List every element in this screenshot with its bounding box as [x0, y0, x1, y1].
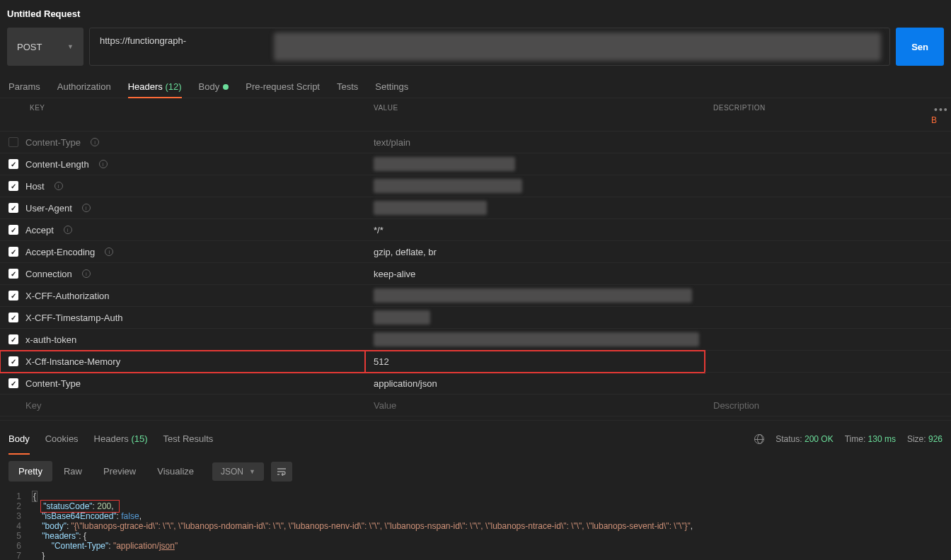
header-desc-cell[interactable]: [705, 219, 923, 241]
header-value-cell[interactable]: keep-alive: [365, 263, 705, 285]
view-bar: Pretty Raw Preview Visualize JSON▼: [0, 454, 951, 489]
info-icon[interactable]: i: [99, 160, 108, 168]
tab-prerequest[interactable]: Pre-request Script: [246, 76, 320, 98]
checkbox[interactable]: ✓: [8, 225, 18, 235]
header-value-cell[interactable]: [365, 197, 705, 219]
header-key-cell[interactable]: ✓X-CFF-Authorization: [0, 285, 365, 307]
resp-tab-body[interactable]: Body: [8, 428, 30, 450]
header-value-cell[interactable]: [365, 285, 705, 307]
info-icon[interactable]: i: [82, 269, 91, 278]
resp-tab-cookies[interactable]: Cookies: [45, 428, 79, 450]
header-value-cell[interactable]: 512: [365, 351, 705, 373]
header-desc-cell[interactable]: [705, 241, 923, 263]
header-desc-cell[interactable]: [705, 307, 923, 329]
header-key: x-auth-token: [25, 334, 76, 345]
header-desc-cell[interactable]: [705, 329, 923, 351]
checkbox[interactable]: ✓: [8, 269, 18, 279]
info-icon[interactable]: i: [64, 226, 72, 234]
header-key-cell[interactable]: ✓X-CFF-Timestamp-Auth: [0, 307, 365, 329]
send-button[interactable]: Sen: [896, 28, 944, 66]
response-info: Status: 200 OK Time: 130 ms Size: 926: [754, 434, 943, 444]
header-key-cell[interactable]: ✓x-auth-token: [0, 329, 365, 351]
bulk-edit[interactable]: B: [931, 115, 938, 125]
header-desc-cell[interactable]: [705, 351, 923, 373]
tab-params[interactable]: Params: [8, 76, 40, 98]
header-key: Host: [25, 181, 45, 192]
tab-settings[interactable]: Settings: [375, 76, 408, 98]
header-key-cell[interactable]: ✓Accept-Encodingi: [0, 241, 365, 263]
checkbox[interactable]: [8, 137, 18, 147]
checkbox[interactable]: ✓: [8, 378, 18, 388]
header-value-cell[interactable]: [365, 329, 705, 351]
checkbox[interactable]: ✓: [8, 181, 18, 191]
new-actions-cell: [923, 395, 951, 416]
header-desc-cell[interactable]: [705, 197, 923, 219]
resp-tab-tests[interactable]: Test Results: [163, 428, 214, 450]
new-value-cell[interactable]: Value: [365, 395, 705, 416]
view-preview[interactable]: Preview: [93, 461, 146, 482]
checkbox[interactable]: ✓: [8, 356, 18, 366]
info-icon[interactable]: i: [105, 247, 113, 256]
info-icon[interactable]: i: [54, 182, 63, 190]
header-key-cell[interactable]: ✓Content-Lengthi: [0, 153, 365, 175]
header-actions-cell: [923, 263, 951, 285]
col-key: KEY: [0, 98, 365, 132]
checkbox[interactable]: ✓: [8, 291, 18, 301]
header-actions-cell: [923, 241, 951, 263]
header-value-cell[interactable]: [365, 153, 705, 175]
header-desc-cell[interactable]: [705, 153, 923, 175]
globe-icon[interactable]: [754, 434, 764, 444]
body-dot-icon: [223, 84, 229, 90]
checkbox[interactable]: ✓: [8, 334, 18, 344]
header-key-cell[interactable]: ✓User-Agenti: [0, 197, 365, 219]
new-desc-cell[interactable]: Description: [705, 395, 923, 416]
header-actions-cell: [923, 373, 951, 395]
method-label: POST: [17, 42, 42, 52]
wrap-button[interactable]: [271, 462, 292, 482]
tab-authorization[interactable]: Authorization: [57, 76, 111, 98]
header-value-cell[interactable]: [365, 175, 705, 197]
view-pretty[interactable]: Pretty: [8, 461, 52, 482]
header-value-cell[interactable]: */*: [365, 219, 705, 241]
header-key-cell[interactable]: ✓Content-Type: [0, 373, 365, 395]
header-key: Connection: [25, 269, 72, 279]
header-value-cell[interactable]: text/plain: [365, 132, 705, 153]
header-actions-cell: [923, 219, 951, 241]
info-icon[interactable]: i: [82, 204, 91, 212]
checkbox[interactable]: ✓: [8, 313, 18, 322]
info-icon[interactable]: i: [91, 138, 99, 146]
header-key-cell[interactable]: ✓X-Cff-Instance-Memory: [0, 351, 365, 373]
header-key-cell[interactable]: ✓Connectioni: [0, 263, 365, 285]
tab-tests[interactable]: Tests: [337, 76, 358, 98]
header-key-cell[interactable]: ✓Accepti: [0, 219, 365, 241]
url-input[interactable]: https://functiongraph-: [89, 28, 890, 66]
view-raw[interactable]: Raw: [54, 461, 92, 482]
header-key-cell[interactable]: ✓Hosti: [0, 175, 365, 197]
header-desc-cell[interactable]: [705, 263, 923, 285]
checkbox[interactable]: ✓: [8, 247, 18, 257]
checkbox[interactable]: ✓: [8, 159, 18, 169]
header-desc-cell[interactable]: [705, 175, 923, 197]
view-visualize[interactable]: Visualize: [147, 461, 204, 482]
request-tabs: Params Authorization Headers (12) Body P…: [0, 76, 951, 98]
header-value-cell[interactable]: application/json: [365, 373, 705, 395]
new-key-cell[interactable]: Key: [0, 395, 365, 416]
tab-headers[interactable]: Headers (12): [128, 76, 182, 98]
header-desc-cell[interactable]: [705, 373, 923, 395]
header-desc-cell[interactable]: [705, 132, 923, 153]
header-value-cell[interactable]: [365, 307, 705, 329]
header-desc-cell[interactable]: [705, 285, 923, 307]
format-select[interactable]: JSON▼: [212, 462, 264, 481]
tab-body[interactable]: Body: [199, 76, 229, 98]
col-value: VALUE: [365, 98, 705, 132]
resp-headers-label: Headers: [94, 433, 129, 444]
resp-tab-headers[interactable]: Headers (15): [94, 428, 148, 450]
response-body[interactable]: 1{ 2 "statusCode": 200, 3 "isBase64Encod…: [0, 489, 951, 560]
checkbox[interactable]: ✓: [8, 203, 18, 213]
header-key: X-Cff-Instance-Memory: [25, 356, 120, 367]
header-key-cell[interactable]: Content-Typei: [0, 132, 365, 153]
headers-table: KEY VALUE DESCRIPTION ••• B Content-Type…: [0, 98, 951, 416]
header-key: X-CFF-Authorization: [25, 291, 109, 301]
method-select[interactable]: POST ▼: [7, 28, 83, 66]
header-value-cell[interactable]: gzip, deflate, br: [365, 241, 705, 263]
